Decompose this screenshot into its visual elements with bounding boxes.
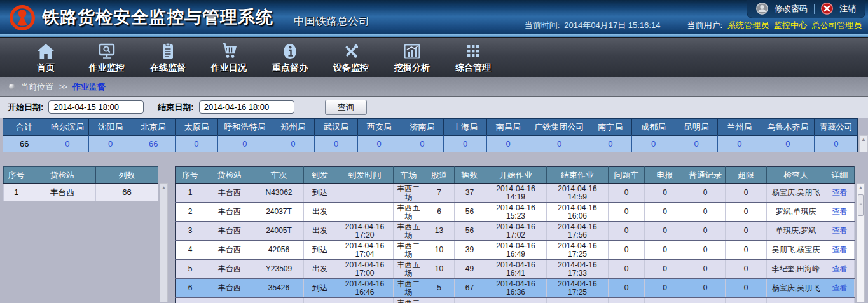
detail-row[interactable]: 3丰台西24005T出发2014-04-16 17:20丰西五场13562014… (176, 222, 855, 241)
detail-row[interactable]: 1丰台西N43062到达丰西二场7372014-04-16 14:192014-… (176, 184, 855, 203)
detail-cell-work-end: 2014-04-16 17:25 (547, 241, 609, 260)
station-train-count-link[interactable]: 66 (96, 184, 158, 201)
view-detail-link[interactable]: 查看 (832, 207, 848, 216)
app-header: 铁路货检安全监控与管理系统 中国铁路总公司 修改密码 注销 当前时间: 2014… (0, 0, 868, 34)
nav-item-job-monitor[interactable]: 作业监控 (76, 42, 137, 74)
detail-table-scrollbar[interactable]: ▲ ≡ (857, 183, 865, 302)
app-title: 铁路货检安全监控与管理系统 (42, 6, 273, 29)
breadcrumb-location-label: 当前位置 (20, 81, 53, 93)
cart-icon (219, 42, 238, 61)
change-password-button[interactable]: 修改密码 (775, 3, 808, 15)
view-detail-link[interactable]: 查看 (832, 245, 848, 254)
scroll-up-icon[interactable]: ▲ (857, 184, 864, 192)
user-role-link-center[interactable]: 监控中心 (774, 20, 807, 31)
detail-col-header: 检查人 (767, 167, 825, 184)
nav-item-key-supervision[interactable]: 重点督办 (259, 42, 320, 74)
detail-cell-track: 6 (424, 203, 455, 222)
view-detail-link[interactable]: 查看 (832, 188, 848, 197)
detail-cell-work-end: 2014-04-16 17:33 (547, 260, 609, 279)
station-table-scrollbar[interactable]: ▲ (160, 183, 168, 302)
detail-cell-telegrams: 0 (645, 222, 685, 241)
breadcrumb-current-page[interactable]: 作业监督 (72, 81, 106, 93)
detail-cell-work-end: 2014-04-16 16:06 (547, 203, 609, 222)
view-detail-link[interactable]: 查看 (832, 226, 848, 235)
summary-value[interactable]: 0 (176, 135, 219, 152)
detail-row[interactable]: 2丰台西24037T出发丰西五场6562014-04-16 15:232014-… (176, 203, 855, 222)
current-user-label: 当前用户: (687, 20, 722, 31)
logout-icon[interactable] (821, 3, 833, 15)
detail-cell-track: 13 (424, 222, 455, 241)
summary-value[interactable]: 66 (132, 135, 176, 152)
detail-table-header-row: 序号货检站车次到发到发时间车场股道辆数开始作业结束作业问题车电报普通记录超限检查… (176, 167, 855, 184)
nav-item-general-management[interactable]: 综合管理 (443, 42, 504, 74)
detail-cell-over-limit: 0 (726, 260, 767, 279)
nav-item-equipment-monitor[interactable]: 设备监控 (320, 42, 382, 74)
detail-cell-train: 24005T (254, 222, 304, 241)
station-row[interactable]: 1丰台西66 (4, 184, 158, 201)
query-button[interactable]: 查询 (325, 100, 367, 115)
detail-cell-direction: 出发 (304, 260, 336, 279)
breadcrumb-bullet-icon (9, 84, 15, 90)
summary-value[interactable]: 0 (272, 135, 315, 152)
logout-button[interactable]: 注销 (839, 3, 856, 15)
app-subtitle: 中国铁路总公司 (294, 14, 369, 29)
summary-value[interactable]: 0 (358, 135, 401, 152)
detail-row[interactable]: 4丰台西42056到达2014-04-16 17:04丰西二场10392014-… (176, 241, 855, 260)
detail-cell-work-start: 2014-04-16 16:49 (485, 241, 547, 260)
summary-value[interactable]: 0 (718, 135, 761, 152)
detail-col-header: 车场 (394, 167, 424, 184)
summary-value[interactable]: 0 (589, 135, 633, 152)
detail-row[interactable]: 丰西二场 (176, 298, 855, 303)
detail-cell-cars: 39 (455, 241, 485, 260)
view-detail-link[interactable]: 查看 (832, 283, 848, 292)
summary-col-header: 广铁集团公司 (530, 119, 589, 135)
detail-cell-view: 查看 (825, 222, 855, 241)
detail-cell-problem-cars: 0 (609, 184, 645, 203)
nav-item-home[interactable]: 首页 (15, 42, 76, 74)
user-role-link-admin[interactable]: 系统管理员 (727, 20, 769, 31)
detail-table-body: 1丰台西N43062到达丰西二场7372014-04-16 14:192014-… (176, 184, 855, 303)
nav-item-daily-status[interactable]: 作业日况 (198, 42, 259, 74)
summary-value[interactable]: 0 (632, 135, 675, 152)
detail-cell-view: 查看 (825, 279, 855, 298)
summary-col-header: 合计 (3, 119, 46, 135)
summary-value[interactable]: 0 (401, 135, 444, 152)
summary-scrollbar-track[interactable]: ▲ (859, 135, 868, 152)
summary-value[interactable]: 0 (815, 135, 857, 152)
station-seq: 1 (4, 184, 29, 201)
monitor-search-icon (97, 42, 116, 61)
nav-item-online-supervision[interactable]: 在线监督 (137, 42, 198, 74)
summary-value[interactable]: 0 (46, 135, 90, 152)
end-date-input[interactable] (199, 100, 294, 114)
start-date-input[interactable] (48, 100, 144, 114)
detail-col-header: 结束作业 (547, 167, 609, 184)
detail-cell-problem-cars: 0 (609, 260, 645, 279)
user-role-link-hq[interactable]: 总公司管理员 (812, 20, 862, 31)
summary-value[interactable]: 0 (530, 135, 589, 152)
detail-cell-work-start: 2014-04-16 16:41 (485, 260, 547, 279)
detail-cell-problem-cars: 0 (609, 222, 645, 241)
detail-cell-inspectors: 罗斌,单琪庆 (767, 203, 825, 222)
detail-cell-station (205, 298, 254, 303)
summary-value[interactable]: 0 (761, 135, 815, 152)
detail-cell-work-start: 2014-04-16 15:23 (485, 203, 547, 222)
china-railway-logo-icon (9, 4, 36, 31)
summary-value[interactable]: 0 (89, 135, 132, 152)
summary-value[interactable]: 0 (487, 135, 530, 152)
detail-row[interactable]: 6丰台西35426到达2014-04-16 16:46丰西二场5672014-0… (176, 279, 855, 298)
summary-value[interactable]: 0 (218, 135, 272, 152)
detail-cell-normal-records: 0 (685, 279, 726, 298)
detail-cell-direction: 出发 (304, 203, 336, 222)
summary-value[interactable]: 0 (315, 135, 358, 152)
status-bar: 当前时间: 2014年04月17日 15:16:14 当前用户: 系统管理员 监… (525, 20, 862, 31)
view-detail-link[interactable]: 查看 (832, 264, 848, 273)
scroll-up-icon[interactable]: ▲ (160, 184, 167, 192)
summary-col-header: 昆明局 (675, 119, 719, 135)
scrollbar-thumb[interactable]: ≡ (858, 194, 864, 216)
summary-value[interactable]: 0 (675, 135, 719, 152)
detail-cell-train: 35426 (254, 279, 304, 298)
detail-row[interactable]: 5丰台西Y23509出发2014-04-16 17:00丰西五场10492014… (176, 260, 855, 279)
detail-cell-normal-records: 0 (685, 222, 726, 241)
summary-value[interactable]: 0 (444, 135, 487, 152)
nav-item-mining-analysis[interactable]: 挖掘分析 (382, 42, 443, 74)
